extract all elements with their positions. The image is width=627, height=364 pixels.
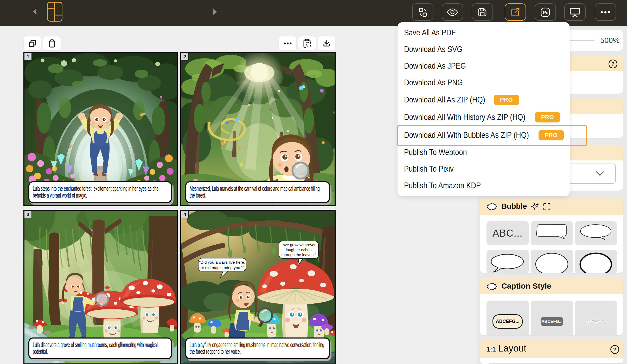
svg-text:or did magic bring you?": or did magic bring you?": [201, 265, 244, 270]
svg-text:?: ?: [611, 61, 615, 67]
svg-text:"We grow wharever: "We grow wharever: [282, 243, 316, 247]
svg-text:laughter echos: laughter echos: [286, 248, 311, 252]
svg-text:Ps: Ps: [543, 10, 548, 15]
svg-text:through the leaves!": through the leaves!": [281, 252, 316, 257]
svg-text:?: ?: [613, 347, 616, 352]
svg-text:"Did you always live here,: "Did you always live here,: [199, 260, 245, 264]
